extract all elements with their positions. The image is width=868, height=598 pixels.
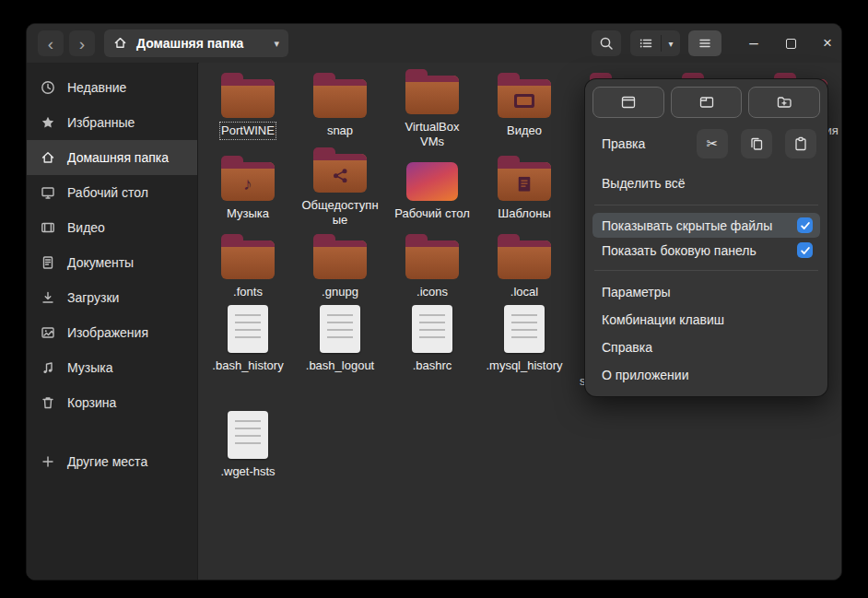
maximize-icon <box>786 39 796 49</box>
video-icon <box>41 220 55 235</box>
chevron-down-icon: ▾ <box>668 39 673 49</box>
minimize-icon: – <box>749 34 757 53</box>
trash-icon <box>41 395 55 410</box>
menu-item-about[interactable]: О приложении <box>592 361 820 389</box>
sidebar-item-pictures[interactable]: Изображения <box>27 315 197 350</box>
file-item-label: .local <box>510 285 538 299</box>
sidebar-item-music[interactable]: Музыка <box>27 350 197 385</box>
menu-item-preferences[interactable]: Параметры <box>592 278 820 306</box>
back-icon: ‹ <box>48 35 53 53</box>
folder-icon <box>221 231 275 279</box>
maximize-button[interactable] <box>779 31 803 55</box>
close-button[interactable]: × <box>815 31 839 55</box>
file-item-label: Рабочий стол <box>394 206 470 221</box>
copy-button[interactable] <box>741 129 772 158</box>
hamburger-menu-button[interactable] <box>688 30 721 56</box>
new-window-button[interactable] <box>592 87 664 118</box>
files-window: ‹ › Домашняя папка ▾ ▾ <box>26 23 842 580</box>
menu-item-help[interactable]: Справка <box>592 334 820 361</box>
file-item[interactable]: Рабочий стол <box>386 149 478 228</box>
file-item-label: PortWINE <box>221 123 275 138</box>
paste-button[interactable] <box>785 129 816 158</box>
scissors-icon: ✂ <box>707 135 719 152</box>
close-icon: × <box>823 34 832 53</box>
sidebar-item-trash[interactable]: Корзина <box>27 385 197 420</box>
file-item[interactable]: ♪ Музыка <box>202 149 294 228</box>
file-item-label: Общедоступные <box>300 198 380 228</box>
file-item[interactable]: Видео <box>478 66 570 149</box>
menu-toggle-show-sidebar[interactable]: Показать боковую панель <box>592 238 820 263</box>
list-view-button[interactable] <box>630 30 661 56</box>
hamburger-menu-popover: Правка ✂ Выделить всё Показывать скрытые… <box>584 78 828 397</box>
new-window-icon <box>621 95 636 110</box>
template-emblem-icon <box>519 176 531 191</box>
sidebar-item-label: Корзина <box>67 395 116 410</box>
sidebar-item-downloads[interactable]: Загрузки <box>27 280 197 315</box>
sidebar: Недавние Избранные Домашняя папка Рабочи… <box>27 63 198 580</box>
sidebar-item-starred[interactable]: Избранные <box>27 105 197 140</box>
file-item-label: .bashrc <box>413 358 452 373</box>
minimize-button[interactable]: – <box>742 31 766 55</box>
edit-label: Правка <box>602 136 684 151</box>
search-button[interactable] <box>592 30 621 56</box>
file-item[interactable]: snap <box>294 66 386 149</box>
file-item[interactable]: Общедоступные <box>294 149 386 228</box>
file-item[interactable]: .icons <box>386 228 478 301</box>
forward-icon: › <box>79 35 85 53</box>
sidebar-item-recent[interactable]: Недавние <box>27 70 197 105</box>
menu-separator <box>594 270 818 271</box>
back-button[interactable]: ‹ <box>38 30 64 56</box>
sidebar-item-videos[interactable]: Видео <box>27 210 197 245</box>
clock-icon <box>41 80 55 95</box>
file-item[interactable]: PortWINE <box>202 66 294 149</box>
sidebar-item-desktop[interactable]: Рабочий стол <box>27 175 197 210</box>
file-item[interactable]: .bash_logout <box>294 301 386 407</box>
forward-button[interactable]: › <box>69 30 95 56</box>
file-item-label: .fonts <box>233 285 263 299</box>
hamburger-icon <box>698 36 712 51</box>
sidebar-item-home[interactable]: Домашняя папка <box>27 140 197 175</box>
file-item[interactable]: .local <box>478 228 570 301</box>
file-item[interactable]: .bashrc <box>386 301 478 407</box>
menu-item-keyboard-shortcuts[interactable]: Комбинации клавиш <box>592 306 820 334</box>
folder-icon <box>221 70 275 118</box>
folder-icon <box>313 231 367 279</box>
menu-separator <box>594 205 818 205</box>
menu-toggle-label: Показать боковую панель <box>602 243 757 258</box>
file-item-label: .bash_logout <box>306 358 374 373</box>
sidebar-item-label: Недавние <box>67 80 126 95</box>
sidebar-item-label: Музыка <box>67 360 113 375</box>
sidebar-item-label: Загрузки <box>67 290 119 305</box>
location-button[interactable]: Домашняя папка ▾ <box>104 29 288 57</box>
view-toggle-split-button: ▾ <box>630 30 680 56</box>
chevron-down-icon: ▾ <box>274 38 279 50</box>
download-icon <box>41 290 55 305</box>
folder-public-icon <box>313 153 367 193</box>
file-item[interactable]: .mysql_history <box>478 301 570 407</box>
video-emblem-icon <box>514 94 534 108</box>
file-item[interactable]: .fonts <box>202 228 294 301</box>
cut-button[interactable]: ✂ <box>697 129 728 158</box>
file-item[interactable]: VirtualBox VMs <box>386 66 478 149</box>
search-icon <box>599 36 614 51</box>
sidebar-item-other-locations[interactable]: Другие места <box>27 444 197 479</box>
file-item-label: Музыка <box>227 206 269 221</box>
star-icon <box>41 115 55 130</box>
current-location-label: Домашняя папка <box>136 36 243 51</box>
sidebar-item-label: Другие места <box>67 454 147 469</box>
new-tab-button[interactable] <box>671 87 743 118</box>
file-item[interactable]: .bash_history <box>202 301 294 407</box>
menu-toggle-show-hidden-files[interactable]: Показывать скрытые файлы <box>592 213 820 238</box>
file-item[interactable]: .gnupg <box>294 228 386 301</box>
file-item[interactable]: Шаблоны <box>478 149 570 228</box>
music-note-emblem-icon: ♪ <box>243 175 252 193</box>
folder-videos-icon <box>498 70 551 118</box>
new-folder-button[interactable] <box>748 87 820 118</box>
file-item-label: snap <box>327 123 353 138</box>
plus-icon <box>41 454 55 469</box>
menu-new-buttons-row <box>592 87 820 118</box>
sidebar-item-documents[interactable]: Документы <box>27 245 197 280</box>
file-item[interactable]: .wget-hsts <box>202 407 294 499</box>
view-options-button[interactable]: ▾ <box>662 30 680 56</box>
menu-item-select-all[interactable]: Выделить всё <box>592 170 820 197</box>
